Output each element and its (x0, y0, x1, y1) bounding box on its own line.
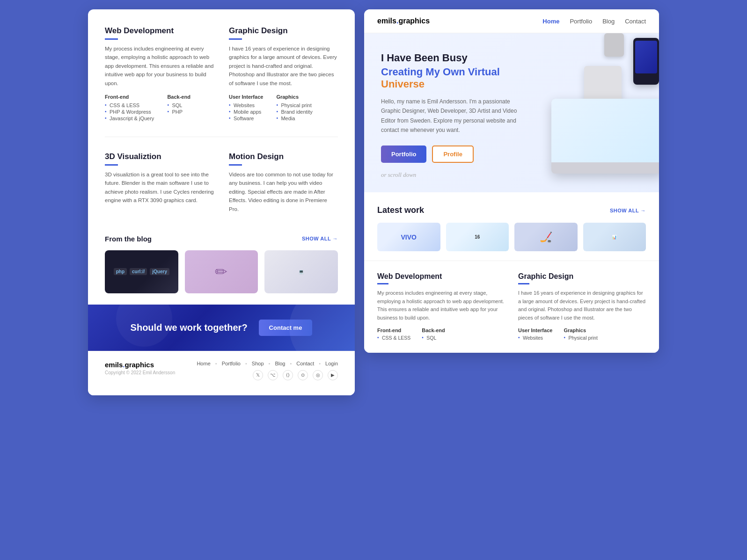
service-graphic-design-title: Graphic Design (229, 26, 338, 36)
blog-header: From the blog SHOW ALL → (105, 235, 338, 243)
work-card-vivo[interactable]: VIVO Web Development VIVO – Car Leasing … (377, 223, 440, 251)
service-motion-desc: Videos are too common to not use today f… (229, 170, 338, 213)
nav-link-portfolio[interactable]: Portfolio (570, 18, 592, 25)
contact-button[interactable]: Contact me (259, 320, 313, 336)
work-thumb-dashxe: 16 (446, 223, 509, 251)
backend-item-2: PHP (167, 109, 190, 115)
blog-card-1[interactable]: php curl:// jQuery Tutorials Coverflow w… (105, 250, 178, 293)
blog-heading: From the blog (105, 235, 152, 243)
curl-label: curl:// (130, 268, 147, 275)
rs-backend-list: SQL (422, 335, 445, 341)
work-show-all[interactable]: SHOW ALL → (610, 208, 646, 213)
service-motion-underline (229, 164, 242, 166)
ui-list: Websites Mobile apps Software (229, 102, 263, 122)
service-graphics: Graphics Physical print Brand identity M… (276, 94, 312, 122)
rs-web-dev-desc: My process includes engineering at every… (377, 289, 505, 322)
rs-ui-heading: User Interface (518, 327, 552, 333)
footer-nav: Home • Portfolio • Shop • Blog • Contact… (197, 361, 338, 366)
twitter-icon[interactable]: 𝕏 (253, 370, 263, 380)
profile-button[interactable]: Profile (432, 145, 473, 163)
work-grid: VIVO Web Development VIVO – Car Leasing … (377, 223, 646, 251)
rs-graphics-heading: Graphics (564, 327, 597, 333)
github-icon[interactable]: ⌥ (268, 370, 278, 380)
device-watch (604, 33, 624, 57)
nav-link-home[interactable]: Home (542, 18, 559, 25)
rs-web-dev-underline (377, 283, 388, 284)
blog-card-2[interactable]: ✏ Tutorials Tips For Web Designers AUGUS… (185, 250, 258, 293)
footer-nav-portfolio[interactable]: Portfolio (222, 361, 241, 366)
ui-item-3: Software (229, 115, 263, 122)
graphics-item-3: Media (276, 115, 312, 122)
frontend-list: CSS & LESS PHP & Wordpress Javascript & … (105, 102, 154, 122)
footer-logo-name: emils (105, 361, 123, 369)
service-3d-underline (105, 164, 118, 166)
footer-nav-blog[interactable]: Blog (275, 361, 285, 366)
dribbble-icon[interactable]: ⊙ (298, 370, 308, 380)
nav-link-blog[interactable]: Blog (602, 18, 615, 25)
work-card-hutdb[interactable]: 📊 Web Development HUTDB – Tool & Databas… (583, 223, 646, 251)
hero-subtitle: I Have Been Busy (381, 52, 531, 64)
rs-ui-item-1: Websites (518, 335, 552, 341)
latest-work-header: Latest work SHOW ALL → (377, 205, 646, 215)
footer-nav-contact[interactable]: Contact (296, 361, 314, 366)
graphics-heading: Graphics (276, 94, 312, 100)
rs-frontend-item-1: CSS & LESS (377, 335, 410, 341)
hero-content: I Have Been Busy Creating My Own Virtual… (381, 52, 531, 179)
rs-frontend-heading: Front-end (377, 327, 410, 333)
service-motion-title: Motion Design (229, 152, 338, 161)
hero-devices (509, 33, 659, 178)
rs-web-dev: Web Development My process includes engi… (377, 272, 505, 342)
nhl-icon: 🏒 (540, 231, 552, 243)
rs-frontend: Front-end CSS & LESS (377, 327, 410, 342)
compass-icon: ✏ (215, 263, 227, 281)
work-card-nhl[interactable]: 🏒 Graphic Design NHL Magazine Covers (514, 223, 578, 251)
nav-logo: emils.graphics (377, 17, 430, 25)
hero-title-text: Creating My Own Virtual (381, 66, 500, 78)
rs-backend: Back-end SQL (422, 327, 445, 342)
service-web-dev-desc: My process includes engineering at every… (105, 44, 214, 87)
service-web-dev-backend: Back-end SQL PHP (167, 94, 190, 122)
left-footer: emils.graphics Copyright © 2022 Emil And… (88, 351, 355, 395)
blog-card-3[interactable]: 💻 Discussion About My Website AUGUST 4, … (264, 250, 338, 293)
youtube-icon[interactable]: ▶ (328, 370, 338, 380)
nav-link-contact[interactable]: Contact (625, 18, 646, 25)
graphics-item-2: Brand identity (276, 109, 312, 115)
backend-heading: Back-end (167, 94, 190, 100)
rs-graphic-design-title: Graphic Design (518, 272, 646, 281)
nav-logo-name: emils (377, 17, 396, 25)
services-grid-2: 3D Visualiztion 3D visualiztion is a gre… (88, 137, 355, 235)
hero-buttons: Portfolio Profile (381, 145, 531, 163)
device-phone-screen (635, 41, 657, 73)
work-card-dashxe[interactable]: 16 Web Development Dashxe – Easy Dashboa… (446, 223, 509, 251)
website-preview: 💻 (299, 269, 304, 274)
jquery-label: jQuery (150, 268, 169, 275)
footer-nav-login[interactable]: Login (325, 361, 338, 366)
service-web-dev: Web Development My process includes engi… (105, 26, 214, 122)
cta-banner: Should we work together? Contact me (88, 305, 355, 351)
services-grid-1: Web Development My process includes engi… (105, 26, 338, 122)
device-laptop (551, 99, 659, 174)
frontend-item-3: Javascript & jQuery (105, 115, 154, 122)
ui-heading: User Interface (229, 94, 263, 100)
work-thumb-nhl: 🏒 (514, 223, 578, 251)
left-panel: Web Development My process includes engi… (88, 9, 355, 395)
blog-show-all[interactable]: SHOW ALL → (302, 236, 338, 241)
service-graphic-design-desc: I have 16 years of experience in designi… (229, 44, 338, 87)
rs-ui: User Interface Websites (518, 327, 552, 342)
blog-section: From the blog SHOW ALL → php curl:// jQu… (88, 235, 355, 305)
service-web-dev-cols: Front-end CSS & LESS PHP & Wordpress Jav… (105, 94, 214, 122)
codepen-icon[interactable]: ⟨⟩ (283, 370, 293, 380)
footer-logo: emils.graphics (105, 361, 175, 369)
portfolio-button[interactable]: Portfolio (381, 145, 426, 163)
ui-item-1: Websites (229, 102, 263, 109)
service-web-dev-frontend: Front-end CSS & LESS PHP & Wordpress Jav… (105, 94, 154, 122)
service-3d: 3D Visualiztion 3D visualiztion is a gre… (105, 152, 214, 220)
footer-nav-shop[interactable]: Shop (252, 361, 264, 366)
hero-section: I Have Been Busy Creating My Own Virtual… (364, 33, 659, 192)
ui-item-2: Mobile apps (229, 109, 263, 115)
rs-backend-item-1: SQL (422, 335, 445, 341)
blog-thumb-design: ✏ (185, 250, 258, 293)
instagram-icon[interactable]: ◎ (313, 370, 323, 380)
right-services-grid: Web Development My process includes engi… (377, 272, 646, 342)
footer-nav-home[interactable]: Home (197, 361, 210, 366)
